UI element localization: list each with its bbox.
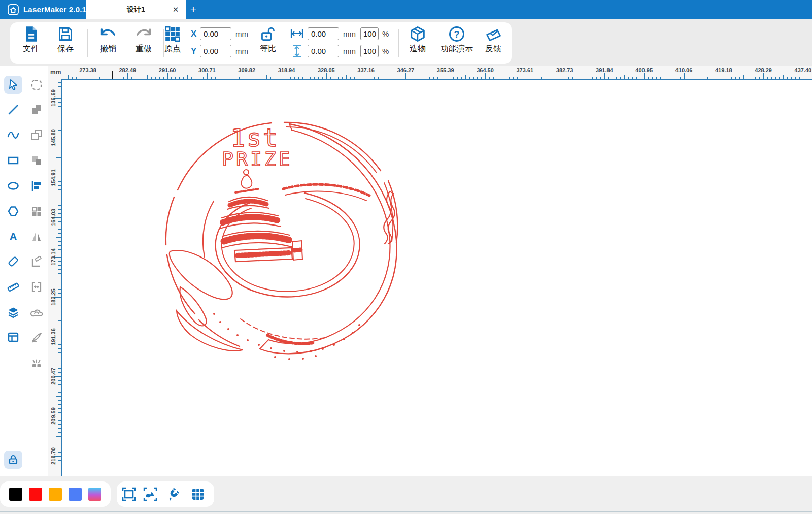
ruler-tick xyxy=(56,436,61,437)
ruler-label: 400.95 xyxy=(635,67,653,73)
design-artwork[interactable]: 1st PRIZE xyxy=(62,80,812,477)
height-percent-input[interactable] xyxy=(360,45,379,57)
width-percent-input[interactable] xyxy=(360,27,379,40)
color-swatch-orange[interactable] xyxy=(49,488,62,501)
redo-icon xyxy=(135,26,152,42)
ruler-label: 419.18 xyxy=(715,67,732,73)
undo-button[interactable]: 撤销 xyxy=(92,26,124,54)
tab-close-button[interactable]: ✕ xyxy=(171,5,181,15)
ruler-label: 273.38 xyxy=(79,67,96,73)
height-input[interactable] xyxy=(308,45,339,57)
ruler-label: 291.60 xyxy=(159,67,176,73)
design-canvas[interactable]: 1st PRIZE xyxy=(61,79,812,476)
origin-button[interactable]: 原点 xyxy=(157,26,188,54)
array-tool[interactable] xyxy=(27,202,46,220)
marquee-select-tool[interactable] xyxy=(27,76,46,94)
ruler-tick xyxy=(307,75,307,79)
distribute-tool[interactable] xyxy=(27,278,46,296)
lock-view-button[interactable] xyxy=(4,451,22,469)
layers-tool[interactable] xyxy=(4,303,22,322)
ratio-lock-button[interactable]: 等比 xyxy=(255,26,281,54)
file-button[interactable]: 文件 xyxy=(15,26,47,54)
ruler-label: 428.29 xyxy=(755,67,772,73)
weld-tool[interactable] xyxy=(27,303,46,322)
ruler-label: 364.50 xyxy=(477,67,494,73)
ruler-tick xyxy=(56,237,61,238)
ruler-tick xyxy=(167,73,168,79)
save-button[interactable]: 保存 xyxy=(50,26,81,54)
eraser-tool[interactable] xyxy=(4,252,22,271)
color-swatch-blue[interactable] xyxy=(69,488,82,501)
node-edit-tool[interactable] xyxy=(27,252,46,271)
intersect-tool[interactable] xyxy=(27,151,46,170)
text-tool[interactable]: A xyxy=(4,228,22,246)
feature-demo-button[interactable]: ? 功能演示 xyxy=(436,26,477,54)
ruler-tick xyxy=(505,75,505,79)
curve-tool[interactable] xyxy=(4,126,22,144)
ruler-tick xyxy=(287,73,287,79)
color-swatch-red[interactable] xyxy=(29,488,42,501)
color-swatch-gradient[interactable] xyxy=(88,488,101,501)
break-apart-tool[interactable] xyxy=(27,354,46,372)
union-tool[interactable] xyxy=(27,101,46,119)
home-button[interactable] xyxy=(7,4,19,16)
ruler-unit-label: mm xyxy=(50,69,61,76)
speckle-dots xyxy=(213,313,360,360)
title-bar: LaserMaker 2.0.10 设计1 ✕ + xyxy=(0,0,812,19)
measure-tool[interactable] xyxy=(4,278,22,296)
create-button[interactable]: 造物 xyxy=(402,26,433,54)
ruler-tick xyxy=(585,75,585,79)
ruler-tick xyxy=(56,317,61,317)
toolbar-separator xyxy=(398,29,399,57)
rectangle-tool[interactable] xyxy=(4,151,22,170)
ellipse-tool[interactable] xyxy=(4,177,22,195)
pen-tool[interactable] xyxy=(27,328,46,346)
redo-button[interactable]: 重做 xyxy=(128,26,159,54)
polygon-tool[interactable] xyxy=(4,202,22,220)
height-unit: mm xyxy=(343,47,356,55)
fit-selection-icon xyxy=(143,487,157,501)
ruler-tick xyxy=(743,75,744,79)
ruler-label: 373.61 xyxy=(516,67,533,73)
ruler-tick xyxy=(624,75,625,79)
layout-table-tool[interactable] xyxy=(4,328,22,346)
line-tool[interactable] xyxy=(4,101,22,119)
ruler-cursor-indicator xyxy=(112,71,113,79)
snap-magnet-button[interactable] xyxy=(166,487,181,501)
ruler-label: 164.03 xyxy=(50,209,56,226)
fit-selection-button[interactable] xyxy=(143,487,157,501)
ruler-tick xyxy=(266,75,267,79)
ruler-tick xyxy=(644,73,645,79)
ruler-label: 154.91 xyxy=(50,169,56,186)
height-icon xyxy=(292,45,302,58)
ruler-tick xyxy=(56,198,61,198)
break-apart-icon xyxy=(30,357,43,369)
line-icon xyxy=(7,104,19,116)
select-tool[interactable] xyxy=(4,76,22,94)
subtract-tool[interactable] xyxy=(27,126,46,144)
weld-cloud-icon xyxy=(30,306,43,318)
x-input[interactable] xyxy=(200,27,231,40)
width-input[interactable] xyxy=(308,27,339,40)
color-swatch-black[interactable] xyxy=(9,488,22,501)
pen-flag-icon xyxy=(30,331,43,343)
canvas-action-group xyxy=(117,481,214,507)
cursor-icon xyxy=(7,79,19,91)
ruler-tick xyxy=(446,73,446,79)
new-tab-button[interactable]: + xyxy=(186,0,201,19)
ruler-vertical: 136.69145.80154.91164.03173.14182.25191.… xyxy=(48,79,61,476)
feedback-button[interactable]: 反馈 xyxy=(478,26,509,54)
svg-text:?: ? xyxy=(454,29,459,40)
lock-icon xyxy=(7,454,19,466)
x-label: X xyxy=(191,29,196,39)
ruler-label: 328.05 xyxy=(318,67,335,73)
ruler-tick xyxy=(247,73,247,79)
align-tool[interactable] xyxy=(27,177,46,195)
mirror-tool[interactable] xyxy=(27,228,46,246)
grid-button[interactable] xyxy=(191,487,205,501)
home-icon xyxy=(7,4,19,16)
ruler-tick xyxy=(326,73,327,79)
y-input[interactable] xyxy=(200,45,231,57)
document-tab[interactable]: 设计1 ✕ xyxy=(86,0,186,19)
frame-button[interactable] xyxy=(122,487,136,501)
